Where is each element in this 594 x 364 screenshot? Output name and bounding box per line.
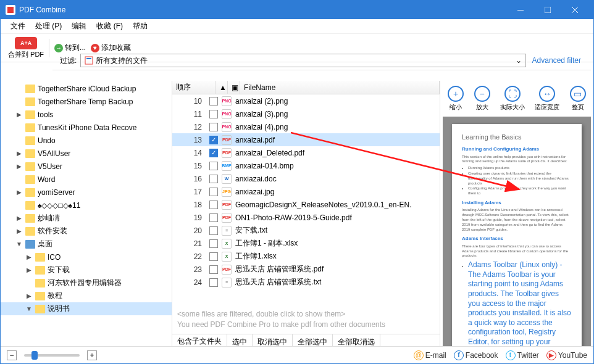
row-number: 20 — [175, 226, 209, 235]
menu-help[interactable]: 帮助 — [128, 19, 153, 33]
maximize-button[interactable] — [534, 1, 561, 19]
file-row[interactable]: 18PDFGeomagicDesignX_ReleaseNotes_v2019.… — [172, 198, 440, 211]
checkbox[interactable] — [209, 175, 218, 183]
file-row[interactable]: 21X工作簿1 - 副本.xlsx — [172, 237, 440, 250]
folder-tree[interactable]: TogetherShare iCloud BackupTogetherShare… — [1, 81, 172, 350]
tree-item[interactable]: TogetherShare Temp Backup — [1, 95, 172, 108]
checkbox[interactable] — [209, 188, 218, 196]
file-name: anxiazai.doc — [235, 175, 277, 183]
advanced-filter-link[interactable]: Advanced filter — [530, 56, 584, 65]
file-row[interactable]: 15BMPanxaizai-014.bmp — [172, 159, 440, 172]
tree-item[interactable]: ▶安下载 — [1, 263, 172, 276]
zoom-out-button[interactable]: +缩小 — [448, 86, 464, 112]
tree-item[interactable]: ▶ICO — [1, 250, 172, 263]
whole-page-button[interactable]: ▭整页 — [570, 86, 586, 112]
tree-item[interactable]: ▶教程 — [1, 289, 172, 302]
tree-item[interactable]: ▶yomiServer — [1, 186, 172, 199]
menu-favorites[interactable]: 收藏 (F) — [91, 19, 128, 33]
checkbox[interactable]: ✓ — [209, 136, 218, 144]
checkbox[interactable] — [209, 123, 218, 131]
tree-item[interactable]: TunesKit iPhone Data Recove — [1, 121, 172, 134]
expand-icon[interactable]: ▼ — [15, 241, 23, 247]
col-arrow[interactable]: ▲ — [215, 81, 228, 94]
minimize-button[interactable] — [507, 1, 534, 19]
file-row[interactable]: 12PNGanxaizai (4).png — [172, 120, 440, 133]
zoom-in-button[interactable]: −放大 — [474, 86, 490, 112]
expand-icon[interactable]: ▶ — [25, 292, 33, 299]
zoom-slider[interactable] — [24, 354, 80, 357]
expand-icon[interactable]: ▶ — [15, 228, 23, 234]
app-icon — [6, 5, 15, 15]
file-row[interactable]: 17JPGanxiazai.jpg — [172, 185, 440, 198]
file-row[interactable]: 23PDF思迅天店 店铺管理系统.pdf — [172, 263, 440, 276]
menu-file[interactable]: 文件 — [6, 19, 30, 33]
file-row[interactable]: 10PNGanxaizai (2).png — [172, 94, 440, 107]
file-type-icon: ≡ — [222, 278, 232, 287]
checkbox[interactable] — [209, 201, 218, 209]
expand-icon[interactable]: ▶ — [15, 111, 23, 118]
col-check[interactable]: ▣ — [228, 81, 240, 94]
file-row[interactable]: 22X工作簿1.xlsx — [172, 250, 440, 263]
tree-item[interactable]: ▶V5AllUser — [1, 147, 172, 160]
checkbox[interactable]: ✓ — [209, 149, 218, 157]
file-row[interactable]: 20≡安下载.txt — [172, 224, 440, 237]
preview-viewport[interactable]: Learning the Basics Running and Configur… — [443, 117, 591, 347]
tree-item[interactable]: ▼说明书 — [1, 302, 172, 315]
file-row[interactable]: 19PDFON1-Photo-RAW-2019-5-Guide.pdf — [172, 211, 440, 224]
checkbox[interactable] — [209, 226, 218, 235]
checkbox[interactable] — [209, 110, 218, 118]
twitter-link[interactable]: tTwitter — [506, 350, 539, 360]
file-row[interactable]: 24≡思迅天店 店铺管理系统.txt — [172, 276, 440, 289]
zoom-plus-button[interactable]: + — [87, 350, 97, 360]
expand-icon[interactable]: ▶ — [15, 215, 23, 221]
facebook-link[interactable]: fFacebook — [454, 350, 498, 360]
zoom-minus-button[interactable]: − — [7, 350, 17, 360]
checkbox[interactable] — [209, 278, 218, 287]
checkbox[interactable] — [209, 97, 218, 105]
tree-label: TunesKit iPhone Data Recove — [38, 123, 136, 132]
file-type-icon: PNG — [222, 109, 232, 119]
close-button[interactable] — [561, 1, 588, 19]
checkbox[interactable] — [209, 252, 218, 261]
expand-icon[interactable]: ▶ — [15, 189, 23, 196]
tree-item[interactable]: TogetherShare iCloud Backup — [1, 82, 172, 95]
menu-edit[interactable]: 编辑 — [67, 19, 91, 33]
expand-icon[interactable]: ▶ — [15, 163, 23, 170]
file-row[interactable]: 16Wanxiazai.doc — [172, 172, 440, 185]
tree-item[interactable]: Undo — [1, 134, 172, 147]
col-order[interactable]: 顺序 — [172, 81, 215, 94]
checkbox[interactable] — [209, 239, 218, 248]
actual-size-button[interactable]: ⛶实际大小 — [500, 86, 525, 112]
file-list[interactable]: 10PNGanxaizai (2).png11PNGanxaizai (3).p… — [172, 94, 440, 305]
tree-item[interactable]: ▶V5User — [1, 160, 172, 173]
tree-item[interactable]: Word — [1, 173, 172, 186]
filter-select[interactable]: 所有支持的文件 ⌄ — [80, 54, 525, 67]
expand-icon[interactable]: ▶ — [15, 150, 23, 157]
checkbox[interactable] — [209, 213, 218, 222]
fit-width-button[interactable]: ↔适应宽度 — [535, 86, 559, 112]
menu-process[interactable]: 处理 (P) — [30, 19, 67, 33]
col-filename[interactable]: FileName — [240, 81, 440, 94]
expand-icon[interactable]: ▼ — [25, 305, 33, 312]
file-type-icon: ≡ — [222, 226, 232, 236]
tree-item[interactable]: ▶tools — [1, 108, 172, 121]
tree-item[interactable]: ▼桌面 — [1, 238, 172, 250]
slider-thumb[interactable] — [31, 351, 38, 360]
tree-item[interactable]: ▶软件安装 — [1, 225, 172, 238]
checkbox[interactable] — [209, 265, 218, 274]
expand-icon[interactable]: ▶ — [25, 254, 33, 260]
checkbox[interactable] — [209, 162, 218, 170]
tree-item[interactable]: ▶妙岫凊 — [1, 212, 172, 225]
file-row[interactable]: 13✓PDFanxaizai.pdf — [172, 133, 440, 146]
file-type-icon: PDF — [222, 200, 232, 210]
tree-item[interactable]: 河东软件园专用编辑器 — [1, 276, 172, 289]
file-row[interactable]: 11PNGanxaizai (3).png — [172, 107, 440, 120]
email-link[interactable]: @E-mail — [414, 350, 446, 360]
combine-pdf-button[interactable]: A+A 合并到 PDF — [8, 37, 44, 59]
expand-icon[interactable]: ▶ — [25, 267, 33, 273]
file-row[interactable]: 14✓PDFanxaizai_Deleted.pdf — [172, 146, 440, 159]
file-type-icon: PNG — [222, 122, 232, 132]
tree-item[interactable]: ♠◇◇◇□◇♠11 — [1, 199, 172, 212]
tree-label: V5AllUser — [38, 149, 70, 158]
youtube-link[interactable]: ▶YouTube — [546, 350, 587, 360]
